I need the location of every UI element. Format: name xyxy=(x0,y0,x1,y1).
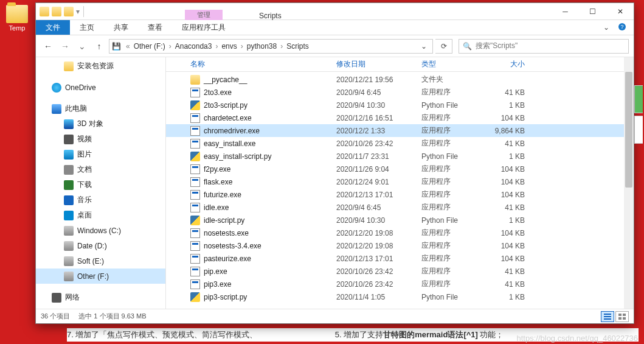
address-bar[interactable]: 💾 « Other (F:)›Anaconda3›envs›python38›S… xyxy=(109,39,433,54)
sidebar-item[interactable]: OneDrive xyxy=(36,80,165,95)
file-name: idle-script.py xyxy=(204,216,244,225)
qat-properties-icon[interactable] xyxy=(52,7,61,16)
file-row[interactable]: chardetect.exe2020/12/16 16:51应用程序104 KB xyxy=(166,111,634,124)
search-input[interactable]: 🔍 搜索"Scripts" xyxy=(459,39,629,54)
view-details-button[interactable] xyxy=(601,311,614,322)
file-rows[interactable]: __pycache__2020/12/21 19:56文件夹2to3.exe20… xyxy=(166,72,634,309)
sidebar-item[interactable]: 音乐 xyxy=(36,192,165,208)
file-size: 104 KB xyxy=(488,254,537,263)
qat-newfolder-icon[interactable] xyxy=(64,7,74,16)
quick-access-toolbar: ▾ xyxy=(36,6,88,17)
tab-app-tools[interactable]: 应用程序工具 xyxy=(172,20,235,35)
col-name[interactable]: 名称 xyxy=(190,59,336,69)
tab-file[interactable]: 文件 xyxy=(36,20,70,35)
file-name: pip3-script.py xyxy=(204,293,247,301)
file-row[interactable]: idle-script.py2020/9/4 10:30Python File1… xyxy=(166,214,634,226)
sidebar-item[interactable]: 此电脑 xyxy=(36,101,165,116)
sidebar-item[interactable]: 3D 对象 xyxy=(36,116,165,132)
desktop-icon-temp[interactable]: Temp xyxy=(2,5,32,32)
nav-sidebar[interactable]: 安装包资源OneDrive此电脑3D 对象视频图片文档下载音乐桌面Windows… xyxy=(36,57,166,309)
chevron-right-icon[interactable]: « xyxy=(123,42,133,51)
breadcrumb-item[interactable]: Scripts xyxy=(285,42,310,51)
chevron-right-icon[interactable]: › xyxy=(278,42,285,51)
chevron-right-icon[interactable]: › xyxy=(213,42,220,51)
help-icon[interactable]: ? xyxy=(615,23,629,33)
nav-back-button[interactable]: ← xyxy=(41,39,55,54)
edge-tab-1[interactable] xyxy=(634,85,643,113)
sidebar-item[interactable]: 桌面 xyxy=(36,208,165,223)
sidebar-item-label: 下载 xyxy=(77,180,92,190)
file-date: 2020/11/4 1:05 xyxy=(336,293,421,301)
file-row[interactable]: idle.exe2020/9/4 6:45应用程序41 KB xyxy=(166,201,634,214)
file-row[interactable]: pasteurize.exe2020/12/13 17:01应用程序104 KB xyxy=(166,252,634,265)
tab-share[interactable]: 共享 xyxy=(104,20,138,35)
maximize-button[interactable]: ☐ xyxy=(579,3,606,20)
sidebar-item[interactable]: 安装包资源 xyxy=(36,58,165,74)
breadcrumb-item[interactable]: Other (F:) xyxy=(133,42,167,51)
col-size[interactable]: 大小 xyxy=(488,59,537,69)
file-row[interactable]: 2to3-script.py2020/9/4 10:30Python File1… xyxy=(166,99,634,111)
view-icons-button[interactable] xyxy=(615,311,629,322)
address-dropdown-icon[interactable]: ⌄ xyxy=(418,42,430,51)
breadcrumb-item[interactable]: Anaconda3 xyxy=(174,42,213,51)
file-type: Python File xyxy=(421,101,488,110)
video-icon xyxy=(64,135,74,144)
col-type[interactable]: 类型 xyxy=(421,59,488,69)
sidebar-item[interactable]: 文档 xyxy=(36,162,165,177)
file-size: 1 KB xyxy=(488,293,537,301)
file-row[interactable]: futurize.exe2020/12/13 17:01应用程序104 KB xyxy=(166,188,634,201)
file-row[interactable]: nosetests-3.4.exe2020/12/20 19:08应用程序104… xyxy=(166,239,634,252)
sidebar-item[interactable]: Date (D:) xyxy=(36,238,165,253)
sidebar-item[interactable]: Soft (E:) xyxy=(36,253,165,269)
sidebar-item[interactable]: 视频 xyxy=(36,132,165,147)
file-row[interactable]: nosetests.exe2020/12/20 19:08应用程序104 KB xyxy=(166,226,634,239)
explorer-window: ▾ 管理 Scripts ─ ☐ ✕ 文件 主页 共享 查看 应用程序工具 ⌄ … xyxy=(35,2,634,324)
file-name: nosetests.exe xyxy=(204,229,249,237)
vertical-scrollbar[interactable] xyxy=(624,57,634,309)
file-row[interactable]: flask.exe2020/12/24 9:01应用程序104 KB xyxy=(166,175,634,188)
breadcrumb-item[interactable]: envs xyxy=(220,42,238,51)
sidebar-item[interactable]: 图片 xyxy=(36,147,165,162)
file-row[interactable]: 2to3.exe2020/9/4 6:45应用程序41 KB xyxy=(166,86,634,99)
breadcrumb-item[interactable]: python38 xyxy=(246,42,278,51)
column-headers[interactable]: 名称 修改日期 类型 大小 xyxy=(166,57,634,72)
ribbon-expand-icon[interactable]: ⌄ xyxy=(600,23,613,32)
file-row[interactable]: pip3-script.py2020/11/4 1:05Python File1… xyxy=(166,290,634,303)
file-row[interactable]: easy_install-script.py2020/11/7 23:31Pyt… xyxy=(166,150,634,163)
sidebar-item[interactable]: 网络 xyxy=(36,290,165,305)
nav-recent-dropdown[interactable]: ⌄ xyxy=(75,39,89,54)
file-date: 2020/12/20 19:08 xyxy=(336,242,421,250)
file-row[interactable]: __pycache__2020/12/21 19:56文件夹 xyxy=(166,73,634,86)
sidebar-item[interactable]: Other (F:) xyxy=(36,269,165,284)
file-size: 104 KB xyxy=(488,114,537,122)
tab-home[interactable]: 主页 xyxy=(70,20,104,35)
edge-tab-2[interactable] xyxy=(634,116,643,144)
chevron-right-icon[interactable]: › xyxy=(238,42,246,51)
file-row[interactable]: chromedriver.exe2020/12/2 1:33应用程序9,864 … xyxy=(166,124,634,137)
nav-up-button[interactable]: ↑ xyxy=(92,39,106,54)
chevron-right-icon[interactable]: › xyxy=(167,42,174,51)
file-row[interactable]: pip3.exe2020/10/26 23:42应用程序41 KB xyxy=(166,278,634,290)
title-bar[interactable]: ▾ 管理 Scripts ─ ☐ ✕ xyxy=(36,3,634,20)
file-name: easy_install-script.py xyxy=(204,152,271,161)
close-button[interactable]: ✕ xyxy=(606,3,634,20)
qat-dropdown-icon[interactable]: ▾ xyxy=(76,7,80,16)
sidebar-item[interactable]: 下载 xyxy=(36,177,165,192)
tab-view[interactable]: 查看 xyxy=(138,20,172,35)
app-icon[interactable] xyxy=(40,7,49,16)
window-title: Scripts xyxy=(241,12,282,20)
refresh-button[interactable]: ⟳ xyxy=(435,39,452,54)
file-row[interactable]: pip.exe2020/10/26 23:42应用程序41 KB xyxy=(166,265,634,278)
minimize-button[interactable]: ─ xyxy=(552,3,579,20)
file-name: f2py.exe xyxy=(204,165,230,174)
file-type-icon xyxy=(190,241,200,251)
file-name: nosetests-3.4.exe xyxy=(204,242,261,250)
file-type: Python File xyxy=(421,216,488,225)
doc-icon xyxy=(64,165,74,175)
nav-forward-button[interactable]: → xyxy=(58,39,72,54)
col-date[interactable]: 修改日期 xyxy=(336,59,421,69)
scroll-thumb[interactable] xyxy=(625,72,632,188)
sidebar-item[interactable]: Windows (C:) xyxy=(36,223,165,238)
file-row[interactable]: f2py.exe2020/11/26 9:04应用程序104 KB xyxy=(166,163,634,175)
file-row[interactable]: easy_install.exe2020/10/26 23:42应用程序41 K… xyxy=(166,137,634,150)
